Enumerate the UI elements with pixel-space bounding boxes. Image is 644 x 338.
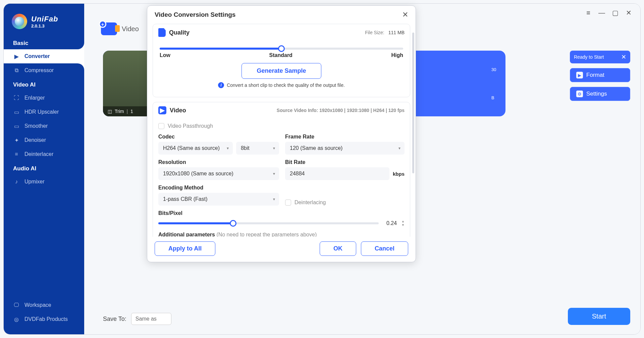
info-icon: i [218,82,224,88]
format-label: Format [586,72,604,78]
depth-select[interactable]: 8bit [236,142,279,155]
section-audio-ai: Audio AI [4,161,84,175]
quality-slider[interactable] [160,48,403,50]
sidebar-item-dvdfab[interactable]: ◎ DVDFab Products [4,312,84,326]
save-to-label: Save To: [103,316,126,323]
section-basic: Basic [4,36,84,49]
file-size-label: File Size: [365,30,384,35]
minimize-icon[interactable]: — [598,10,605,16]
crop-icon: ◫ [108,109,112,114]
framerate-label: Frame Rate [285,134,405,140]
compress-icon: ⧉ [13,67,20,73]
modal-title: Video Conversion Settings [155,11,235,18]
quality-info: Convert a short clip to check the qualit… [227,82,345,88]
passthrough-label: Video Passthrough [168,123,213,129]
quality-section: Quality File Size: 111 MB Low Standard H… [153,24,410,97]
gear-icon: ⚙ [576,91,583,97]
quality-high: High [391,52,403,58]
maximize-icon[interactable]: ▢ [611,10,619,16]
dvdfab-icon: ◎ [13,316,20,322]
scrollbar[interactable] [412,33,414,173]
add-video-icon: + [101,22,117,35]
encoding-select[interactable]: 1-pass CBR (Fast) [158,193,279,206]
cancel-button[interactable]: Cancel [361,241,408,256]
start-button[interactable]: Start [568,308,630,325]
sidebar-item-workspace[interactable]: 🖵 Workspace [4,298,84,312]
bpp-slider[interactable] [158,222,379,224]
codec-select[interactable]: H264 (Same as source) [158,142,233,155]
sidebar-item-label: DVDFab Products [24,316,68,322]
additional-params-label: Additional parameters [158,232,215,237]
sidebar-item-upmixer[interactable]: ♪ Upmixer [4,175,84,189]
sidebar-item-label: Compressor [24,67,54,73]
sidebar-item-label: Smoother [24,123,48,129]
sidebar-item-label: Converter [24,53,50,59]
bitrate-label: Bit Rate [285,159,405,165]
framerate-select[interactable]: 120 (Same as source) [285,142,405,155]
save-to-input[interactable] [131,313,171,325]
video-section: ▶ Video Source Video Info: 1920x1080 | 1… [153,102,410,237]
bitrate-unit: kbps [393,171,405,177]
bpp-value: 0.24 [383,220,397,226]
sidebar-item-label: Enlarger [24,95,45,101]
status-ready: Ready to Start ✕ [570,51,630,63]
quality-title: Quality [169,29,190,36]
bpp-stepper[interactable]: ▲▼ [401,220,405,227]
logo-icon [12,14,27,29]
resolution-select[interactable]: 1920x1080 (Same as source) [158,167,279,180]
settings-button[interactable]: ⚙ Settings [570,87,630,101]
ok-button[interactable]: OK [320,241,356,256]
sidebar-item-label: Deinterlacer [24,151,53,157]
encoding-label: Encoding Method [158,185,279,191]
format-button[interactable]: ▶ Format [570,68,630,82]
apply-to-all-button[interactable]: Apply to All [155,241,215,256]
slider-thumb[interactable] [278,45,285,52]
file-icon [158,28,166,37]
app-version: 2.0.1.3 [31,23,58,29]
deinterlace-icon: ≡ [13,151,20,157]
video-title: Video [170,107,186,114]
bitrate-input[interactable] [285,167,389,180]
remove-item-icon[interactable]: ✕ [621,53,626,61]
quality-standard: Standard [269,52,292,58]
sidebar-item-denoiser[interactable]: ✦ Denoiser [4,133,84,147]
hdr-icon: ▭ [13,109,20,115]
quality-low: Low [160,52,170,58]
sidebar-item-converter[interactable]: ▶ Converter [4,49,84,63]
sidebar-item-label: Workspace [24,302,51,308]
section-video-ai: Video AI [4,77,84,91]
settings-label: Settings [586,91,607,97]
card-text-1: 30 [491,67,496,72]
add-video-button[interactable]: + Video [101,22,139,35]
deinterlacing-label: Deinterlacing [294,200,326,206]
sidebar-item-deinterlacer[interactable]: ≡ Deinterlacer [4,147,84,161]
generate-sample-button[interactable]: Generate Sample [241,63,321,79]
menu-icon[interactable]: ≡ [585,10,592,16]
modal-close-icon[interactable]: ✕ [402,10,408,19]
enlarge-icon: ⛶ [13,95,20,101]
play-icon: ▶ [576,72,583,78]
bpp-label: Bits/Pixel [158,210,405,216]
sidebar-item-compressor[interactable]: ⧉ Compressor [4,63,84,77]
smooth-icon: ▭ [13,123,20,129]
passthrough-checkbox[interactable] [158,123,164,129]
close-icon[interactable]: ✕ [625,10,632,16]
deinterlacing-checkbox[interactable] [285,200,291,206]
bpp-slider-thumb[interactable] [230,220,236,227]
sidebar-item-hdr[interactable]: ▭ HDR Upscaler [4,105,84,119]
app-logo: UniFab 2.0.1.3 [4,10,84,36]
play-square-icon: ▶ [13,53,20,59]
file-size-value: 111 MB [388,30,405,35]
app-name: UniFab [31,15,58,23]
sidebar-item-smoother[interactable]: ▭ Smoother [4,119,84,133]
sidebar-item-label: Denoiser [24,137,46,143]
sidebar-item-label: HDR Upscaler [24,109,59,115]
sidebar-item-enlarger[interactable]: ⛶ Enlarger [4,91,84,105]
upmix-icon: ♪ [13,179,20,185]
trim-label[interactable]: Trim [115,109,124,114]
denoise-icon: ✦ [13,137,20,143]
add-video-label: Video [122,25,139,33]
monitor-icon: 🖵 [13,302,20,308]
sidebar: UniFab 2.0.1.3 Basic ▶ Converter ⧉ Compr… [4,4,84,334]
resolution-label: Resolution [158,159,279,165]
